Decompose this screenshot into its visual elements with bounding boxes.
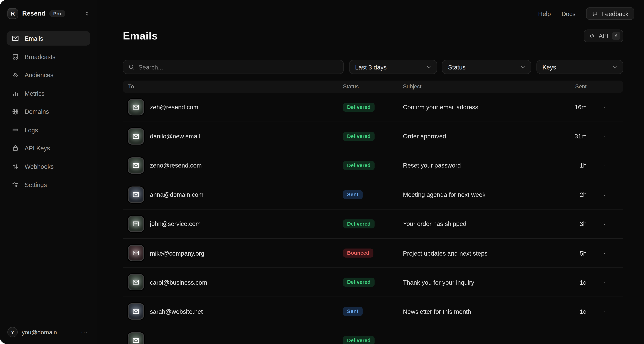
row-menu-button[interactable]: ···	[599, 161, 611, 170]
email-subject: Newsletter for this month	[403, 308, 560, 315]
row-menu-button[interactable]: ···	[599, 190, 611, 199]
status-badge: Delivered	[343, 278, 375, 287]
user-menu-button[interactable]: ···	[79, 328, 90, 336]
avatar: Y	[7, 327, 18, 338]
table-row[interactable]: carol@business.com Delivered Thank you f…	[123, 268, 623, 297]
globe-icon	[12, 108, 19, 116]
envelope-icon	[128, 99, 144, 115]
email-subject: Order approved	[403, 133, 560, 140]
main-area: Help Docs Feedback Emails API A	[97, 0, 644, 344]
broadcast-icon	[12, 53, 19, 61]
sidebar-item-broadcasts[interactable]: Broadcasts	[6, 50, 90, 64]
status-filter-value: Status	[448, 64, 466, 70]
keys-dropdown[interactable]: Keys	[536, 60, 623, 74]
row-menu-button[interactable]: ···	[599, 248, 611, 258]
keys-filter-value: Keys	[542, 64, 556, 70]
row-menu-button[interactable]: ···	[599, 132, 611, 141]
user-account-row[interactable]: Y you@domain.... ···	[6, 326, 90, 338]
email-subject: Your order has shipped	[403, 220, 560, 227]
lock-icon	[12, 144, 19, 152]
sidebar-item-webhooks[interactable]: Webhooks	[6, 159, 90, 174]
envelope-icon	[128, 157, 144, 174]
email-subject: Reset your password	[403, 162, 560, 169]
table-header: To Status Subject Sent	[123, 80, 623, 93]
column-header-to: To	[123, 84, 343, 90]
sidebar-item-settings[interactable]: Settings	[6, 178, 90, 192]
envelope-icon	[128, 303, 144, 320]
sidebar-item-api-keys[interactable]: API Keys	[6, 141, 90, 156]
search-box	[123, 60, 344, 74]
workspace-name: Resend	[22, 10, 45, 17]
envelope-icon	[128, 274, 144, 290]
docs-link[interactable]: Docs	[562, 10, 576, 17]
content: Emails API A Last 3 days	[97, 20, 644, 344]
row-menu-button[interactable]: ···	[599, 219, 611, 228]
chevron-down-icon	[426, 64, 432, 70]
metrics-icon	[12, 89, 19, 97]
envelope-icon	[128, 216, 144, 232]
row-menu-button[interactable]: ···	[599, 278, 611, 287]
resend-logo: R	[7, 8, 18, 19]
sent-time: 1d	[560, 308, 586, 315]
api-button[interactable]: API A	[584, 29, 623, 42]
feedback-button[interactable]: Feedback	[586, 7, 634, 20]
status-badge: Delivered	[343, 102, 375, 112]
sidebar: R Resend Pro Emails Broadcasts Audiences…	[0, 0, 97, 344]
workspace-switcher-button[interactable]	[84, 10, 90, 17]
sent-time: 31m	[560, 133, 586, 140]
recipient-email: anna@domain.com	[150, 191, 204, 198]
column-header-subject: Subject	[403, 84, 560, 90]
table-row[interactable]: Delivered ···	[123, 326, 623, 344]
sidebar-item-domains[interactable]: Domains	[6, 104, 90, 119]
sent-time: 16m	[560, 104, 586, 110]
sent-time: 1h	[560, 162, 586, 169]
row-menu-button[interactable]: ···	[599, 102, 611, 112]
table-row[interactable]: john@service.com Delivered Your order ha…	[123, 210, 623, 239]
search-input[interactable]	[138, 64, 338, 70]
workspace-row: R Resend Pro	[6, 7, 90, 20]
envelope-icon	[128, 245, 144, 261]
avatar-initial: Y	[11, 329, 14, 335]
table-row[interactable]: zeh@resend.com Delivered Confirm your em…	[123, 93, 623, 122]
sidebar-item-audiences[interactable]: Audiences	[6, 68, 90, 82]
settings-icon	[12, 181, 19, 188]
topbar: Help Docs Feedback	[97, 0, 644, 20]
email-table-body: zeh@resend.com Delivered Confirm your em…	[123, 93, 623, 344]
envelope-icon	[128, 332, 144, 344]
table-row[interactable]: zeno@resend.com Delivered Reset your pas…	[123, 151, 623, 180]
logs-icon	[12, 126, 19, 134]
help-link[interactable]: Help	[538, 10, 551, 17]
table-row[interactable]: danilo@new.email Delivered Order approve…	[123, 122, 623, 151]
date-range-dropdown[interactable]: Last 3 days	[349, 60, 437, 74]
sent-time: 3h	[560, 220, 586, 227]
row-menu-button[interactable]: ···	[599, 336, 611, 344]
status-badge: Sent	[343, 307, 362, 316]
sidebar-item-metrics[interactable]: Metrics	[6, 86, 90, 100]
row-menu-button[interactable]: ···	[599, 307, 611, 316]
recipient-email: zeh@resend.com	[150, 104, 198, 110]
feedback-label: Feedback	[601, 10, 628, 17]
sidebar-item-logs[interactable]: Logs	[6, 123, 90, 137]
scale-wrapper: R Resend Pro Emails Broadcasts Audiences…	[0, 0, 644, 344]
sidebar-nav: Emails Broadcasts Audiences Metrics Doma…	[6, 31, 90, 192]
recipient-email: danilo@new.email	[150, 133, 200, 140]
recipient-email: carol@business.com	[150, 279, 207, 286]
page-title: Emails	[123, 29, 158, 42]
resend-logo-letter: R	[11, 10, 15, 17]
table-row[interactable]: sarah@website.net Sent Newsletter for th…	[123, 297, 623, 326]
sidebar-item-emails[interactable]: Emails	[6, 31, 90, 46]
table-row[interactable]: mike@company.org Bounced Project updates…	[123, 238, 623, 268]
user-email: you@domain....	[22, 329, 64, 336]
column-header-status: Status	[343, 84, 403, 90]
date-range-value: Last 3 days	[355, 64, 386, 70]
plan-badge: Pro	[49, 10, 65, 17]
table-row[interactable]: anna@domain.com Sent Meeting agenda for …	[123, 180, 623, 210]
chevron-down-icon	[520, 64, 526, 70]
status-badge: Delivered	[343, 219, 375, 228]
envelope-icon	[128, 186, 144, 203]
status-dropdown[interactable]: Status	[442, 60, 531, 74]
recipient-email: mike@company.org	[150, 250, 204, 256]
column-header-sent: Sent	[560, 84, 586, 90]
sent-time: 5h	[560, 250, 586, 256]
api-button-label: API	[599, 32, 608, 39]
